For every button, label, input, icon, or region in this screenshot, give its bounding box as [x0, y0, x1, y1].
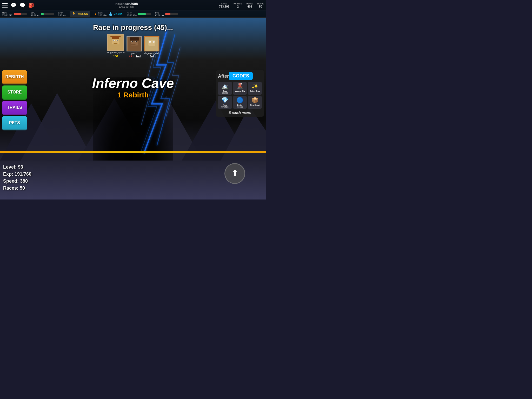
- podium-second: gazo1 ✦✦✦ 2nd: [127, 36, 142, 58]
- new-chest-icon: 📦: [251, 97, 258, 104]
- performance-bar: Mem 375.11 MB CPU 16.82 ms GPU 9.73 ms 🏃…: [0, 10, 266, 18]
- up-arrow-icon: ⬆: [231, 168, 238, 178]
- new-crystals-icon: 💎: [221, 97, 228, 104]
- svg-rect-28: [150, 42, 150, 42]
- name-second: gazo1: [131, 52, 138, 55]
- magma-city-icon: 🌋: [236, 83, 243, 90]
- update-magma-city[interactable]: 🌋 Magma City: [233, 82, 247, 95]
- left-buttons: REBIRTH STORE TRAILS PETS: [2, 70, 27, 130]
- codes-button[interactable]: CODES: [229, 72, 253, 80]
- better-orbs-icon: ✨: [251, 83, 258, 90]
- svg-rect-13: [110, 36, 121, 39]
- much-more-text: & much more!: [218, 110, 262, 115]
- update-grid: 🏔️ CaveCourse 🌋 Magma City ✨ Better Orbs…: [218, 82, 262, 109]
- recv-value: 35.96 KB/s: [127, 14, 137, 16]
- player-name: nolancan2008: [116, 2, 138, 6]
- rank-first: 1st: [113, 54, 118, 58]
- race-banner: Race in progress (45)...: [93, 23, 173, 32]
- cpu-label: CPU: [31, 12, 39, 14]
- sent-value: 1.93 KB/s: [98, 14, 107, 16]
- stat-hoops: Hoops 408: [246, 2, 253, 8]
- menu-icon[interactable]: [2, 3, 8, 8]
- race-title: Race in progress (45)...: [93, 23, 173, 31]
- avatar-third: [144, 36, 159, 51]
- after-title: After: [218, 74, 229, 79]
- stat-rebirths: Rebirths 2: [234, 2, 242, 8]
- message-icon[interactable]: 🗨️: [19, 3, 25, 8]
- svg-rect-11: [117, 40, 118, 41]
- svg-rect-23: [131, 44, 136, 45]
- level-stat: Level: 93: [3, 164, 31, 171]
- update-cave-course[interactable]: 🏔️ CaveCourse: [218, 82, 232, 95]
- chat-icon[interactable]: 💬: [10, 3, 17, 8]
- svg-rect-20: [132, 41, 133, 42]
- svg-rect-15: [119, 37, 121, 42]
- location-title: Inferno Cave 1 Rebirth: [92, 75, 174, 99]
- location-rebirth: 1 Rebirth: [92, 91, 174, 99]
- ping-value: 67.98 ms: [155, 14, 164, 16]
- rebirth-button[interactable]: REBIRTH: [2, 70, 27, 84]
- exp-stat: Exp: 191/760: [3, 171, 31, 178]
- svg-rect-22: [130, 37, 139, 41]
- top-bar: 💬 🗨️ 🎒 nolancan2008 Account: 13+ Steps 7…: [0, 0, 266, 10]
- ping-label: Ping: [155, 12, 164, 14]
- rank-third: 3rd: [150, 55, 154, 58]
- bag-icon[interactable]: 🎒: [28, 3, 34, 8]
- update-new-crystals[interactable]: 💎 NewCrystals: [218, 96, 232, 109]
- stat-races: Races 50: [257, 2, 264, 8]
- svg-rect-25: [149, 40, 155, 46]
- trails-button[interactable]: TRAILS: [2, 101, 27, 115]
- store-button[interactable]: STORE: [2, 85, 27, 100]
- cave-course-icon: 🏔️: [221, 83, 228, 90]
- sent-highlight: 26.8K: [114, 12, 123, 16]
- cpu-value: 16.82 ms: [31, 14, 39, 16]
- podium-first: Progamerguy500 1st: [107, 34, 124, 58]
- better-hoops-icon: 🔵: [236, 97, 243, 104]
- up-button[interactable]: ⬆: [224, 163, 245, 184]
- speed-stat: Speed: 380: [3, 178, 31, 185]
- mem-value: 375.11 MB: [2, 14, 12, 16]
- gpu-speed-value: 753.5K: [77, 12, 88, 16]
- update-better-orbs[interactable]: ✨ Better Orbs: [248, 82, 262, 95]
- stat-steps: Steps 753,599: [219, 2, 229, 8]
- races-stat: Races: 50: [3, 185, 31, 192]
- player-stats: Level: 93 Exp: 191/760 Speed: 380 Races:…: [3, 164, 31, 192]
- sent-label: Sent: [98, 12, 107, 14]
- podium-third: dhgegsrogr4dr 3rd: [144, 36, 159, 58]
- mem-label: Mem: [2, 12, 12, 14]
- right-panel: After CODES 🏔️ CaveCourse 🌋 Magma City ✨…: [216, 70, 264, 117]
- update-new-chest[interactable]: 📦 New Chest: [248, 96, 262, 109]
- location-name: Inferno Cave: [92, 75, 174, 91]
- race-podium: Progamerguy500 1st gazo1 ✦✦✦ 2nd: [107, 34, 159, 58]
- svg-rect-14: [110, 37, 112, 42]
- svg-rect-21: [136, 41, 137, 42]
- player-account: Account: 13+: [119, 6, 134, 9]
- gpu-value: 9.73 ms: [58, 14, 65, 16]
- ground-bar: [0, 151, 266, 153]
- rank-second: 2nd: [136, 55, 141, 58]
- svg-rect-10: [114, 40, 114, 41]
- update-better-hoops[interactable]: 🔵 BetterHoops: [233, 96, 247, 109]
- svg-rect-29: [154, 42, 154, 42]
- avatar-second: [127, 36, 142, 51]
- name-third: dhgegsrogr4dr: [144, 52, 159, 55]
- avatar-first: [107, 34, 124, 51]
- pets-button[interactable]: PETS: [2, 116, 27, 130]
- svg-rect-12: [114, 43, 118, 43]
- recv-label: Recv: [127, 12, 137, 14]
- gpu-label: GPU: [58, 12, 65, 14]
- name-first: Progamerguy500: [107, 51, 124, 54]
